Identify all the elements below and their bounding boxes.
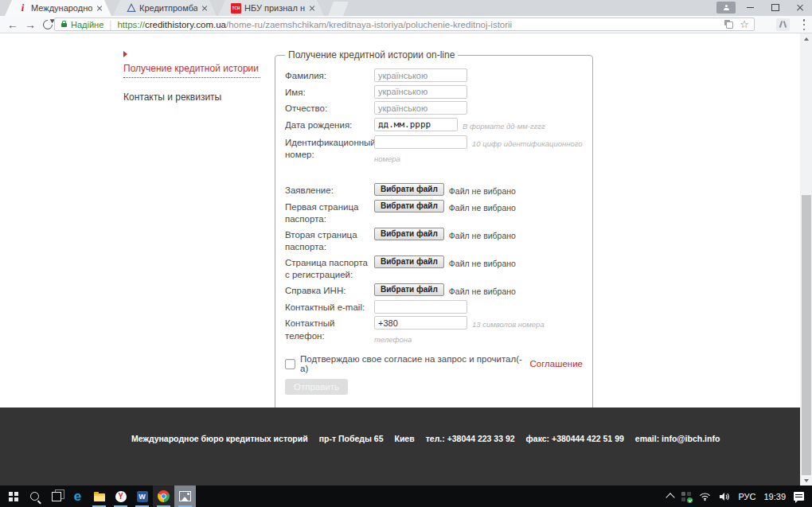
chrome-icon	[158, 490, 170, 502]
tab-tsn-news[interactable]: ТСН НБУ признал неплатеж	[218, 0, 324, 16]
clock[interactable]: 19:39	[763, 492, 786, 501]
taskbar-explorer-button[interactable]	[88, 486, 110, 507]
acrobat-icon	[779, 21, 787, 28]
browser-toolbar: ← → Надійне | https://credithistory.com.…	[0, 16, 812, 33]
wifi-icon[interactable]	[699, 492, 711, 501]
scroll-down-icon	[804, 479, 809, 482]
reload-button[interactable]	[40, 18, 56, 32]
field-label: Отчество:	[285, 101, 374, 115]
submit-button[interactable]: Отправить	[285, 379, 348, 395]
file-status: Файл не вибрано	[449, 186, 516, 196]
consent-row: Подтверждаю свое согласие на запрос и пр…	[285, 354, 583, 373]
page-scrollbar[interactable]	[800, 33, 812, 486]
choose-file-button[interactable]: Вибрати файл	[374, 228, 444, 240]
maximize-button[interactable]	[763, 0, 787, 15]
sidebar-item-kontakty[interactable]: Контакты и реквизиты	[123, 92, 267, 103]
bookmark-star-icon[interactable]: ☆	[740, 19, 749, 29]
credit-history-form: Получение кредитной истории on-line Фами…	[275, 49, 593, 419]
omnibox-separator: |	[109, 19, 111, 30]
browser-titlebar: i Международное бюро Кредитпромбанк ТСН …	[0, 0, 812, 16]
profile-button[interactable]	[716, 2, 736, 14]
photos-icon	[179, 491, 191, 501]
choose-file-button[interactable]: Вибрати файл	[374, 283, 444, 296]
scroll-down-button[interactable]	[800, 475, 812, 486]
form-row-passport-page2-file: Вторая страница паспорта: Вибрати файлФа…	[285, 228, 583, 254]
translate-icon[interactable]	[724, 20, 733, 29]
agreement-link[interactable]: Соглашение	[529, 359, 583, 369]
field-label: Дата рождения:	[285, 118, 374, 133]
search-icon	[30, 492, 39, 501]
patronymic-input[interactable]	[374, 101, 467, 115]
birthdate-input[interactable]	[374, 118, 458, 131]
form-row-passport-page1-file: Первая страница паспорта: Вибрати файлФа…	[285, 200, 583, 226]
form-row-idnumber: Идентификационный номер: 10 цифр идентиф…	[285, 135, 583, 166]
field-hint: В формате дд-мм-гггг	[463, 122, 545, 131]
url-text[interactable]: https://credithistory.com.ua/home-ru/zae…	[117, 20, 512, 29]
choose-file-button[interactable]: Вибрати файл	[374, 183, 444, 196]
tab-close-icon[interactable]	[201, 4, 209, 12]
form-row-surname: Фамилия:	[285, 68, 583, 83]
close-button[interactable]	[787, 0, 812, 15]
antivirus-tray-icon[interactable]	[681, 492, 691, 501]
acrobat-extension-button[interactable]	[776, 18, 790, 31]
minimize-button[interactable]	[738, 0, 763, 15]
phone-input[interactable]	[374, 316, 467, 330]
page-content: Получение кредитной истории Контакты и р…	[0, 33, 800, 408]
taskbar-yandex-button[interactable]: Y	[110, 486, 131, 507]
firstname-input[interactable]	[374, 85, 467, 99]
field-label: Страница паспорта с регистрацией:	[285, 255, 374, 282]
minimize-icon	[747, 7, 754, 8]
footer-city: Киев	[394, 434, 414, 443]
file-status: Файл не вибрано	[449, 203, 516, 213]
new-tab-button[interactable]	[328, 2, 349, 16]
taskbar-photos-button[interactable]	[174, 486, 196, 507]
taskbar-edge-button[interactable]: e	[67, 486, 88, 507]
surname-input[interactable]	[374, 68, 467, 82]
word-icon: W	[137, 491, 148, 502]
taskbar-search-button[interactable]	[24, 486, 45, 507]
language-indicator[interactable]: РУС	[738, 492, 755, 501]
scrollbar-thumb[interactable]	[802, 195, 811, 475]
idnumber-input[interactable]	[374, 135, 467, 149]
field-label: Первая страница паспорта:	[285, 200, 374, 226]
consent-checkbox[interactable]	[285, 359, 295, 369]
form-row-phone: Контактный телефон: 13 символов номера т…	[285, 316, 583, 346]
task-view-button[interactable]	[45, 486, 67, 507]
scroll-up-button[interactable]	[800, 33, 812, 44]
footer-address: пр-т Победы 65	[319, 434, 384, 443]
windows-taskbar: e Y W РУС 19:39	[0, 486, 812, 507]
tab-kreditprombank[interactable]: Кредитпромбанк	[113, 0, 217, 16]
back-icon: ←	[7, 18, 18, 31]
ibch-favicon-icon: i	[18, 3, 28, 14]
tab-close-icon[interactable]	[96, 4, 103, 12]
form-row-name: Имя:	[285, 85, 583, 99]
close-icon	[796, 4, 804, 12]
email-input[interactable]	[374, 300, 467, 314]
browser-menu-button[interactable]	[802, 19, 806, 30]
field-label: Имя:	[285, 85, 374, 99]
security-label[interactable]: Надійне	[71, 20, 103, 29]
person-icon	[724, 5, 729, 10]
action-center-icon[interactable]	[794, 492, 804, 501]
taskbar-word-button[interactable]: W	[131, 486, 153, 507]
back-button[interactable]: ←	[5, 18, 21, 32]
forward-button[interactable]: →	[22, 18, 38, 32]
tab-close-icon[interactable]	[308, 4, 316, 12]
start-button[interactable]	[2, 486, 24, 507]
footer-contact-line: Международное бюро кредитных историй пр-…	[131, 434, 720, 443]
tab-credithistory[interactable]: i Международное бюро	[5, 0, 111, 16]
choose-file-button[interactable]: Вибрати файл	[374, 255, 444, 268]
form-row-email: Контактный e-mail:	[285, 300, 583, 314]
address-bar[interactable]: Надійне | https://credithistory.com.ua/h…	[54, 18, 755, 31]
tray-expand-icon[interactable]	[666, 493, 675, 501]
volume-icon[interactable]	[719, 492, 730, 501]
tsn-favicon-icon: ТСН	[231, 3, 241, 14]
form-row-patronymic: Отчество:	[285, 101, 583, 115]
taskbar-chrome-button[interactable]	[153, 486, 174, 507]
file-status: Файл не вибрано	[449, 231, 516, 240]
consent-text: Подтверждаю свое согласие на запрос и пр…	[300, 354, 526, 373]
choose-file-button[interactable]: Вибрати файл	[374, 200, 444, 213]
sidebar-item-poluchenie[interactable]: Получение кредитной истории	[123, 46, 267, 78]
tab-title: НБУ признал неплатеж	[244, 3, 305, 13]
field-label: Заявление:	[285, 183, 374, 198]
